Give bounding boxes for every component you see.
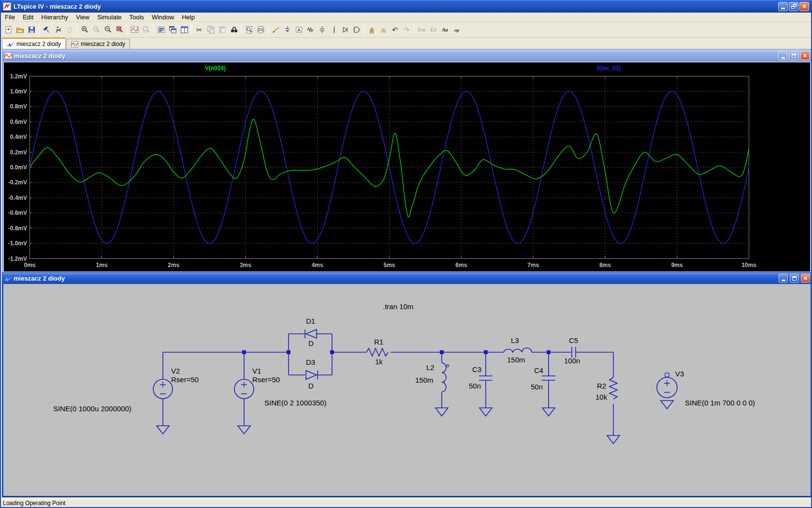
menu-item-help[interactable]: Help xyxy=(178,13,199,21)
capacitor-icon[interactable] xyxy=(316,24,328,35)
label-v2[interactable]: V2 xyxy=(171,367,180,375)
label-r2[interactable]: R2 xyxy=(597,382,606,390)
component-c5[interactable] xyxy=(572,347,576,358)
value-r2[interactable]: 10k xyxy=(595,393,608,401)
wire[interactable] xyxy=(163,352,613,377)
label-c5[interactable]: C5 xyxy=(569,336,578,344)
ground-icon[interactable] xyxy=(281,24,293,35)
label-d3[interactable]: D3 xyxy=(306,358,315,366)
tab-schematic[interactable]: mieszacz 2 diody xyxy=(2,38,66,49)
value-v3[interactable]: SINE(0 1m 700 0 0 0) xyxy=(685,399,755,407)
label-net-icon[interactable]: A xyxy=(293,24,304,35)
close-button[interactable]: × xyxy=(799,2,809,11)
tab-waveform[interactable]: mieszacz 2 diody xyxy=(66,39,130,49)
ground-symbol[interactable] xyxy=(607,435,620,444)
component-r1[interactable] xyxy=(366,348,388,356)
inductor-icon[interactable] xyxy=(328,24,339,35)
undo-icon[interactable]: ↶ xyxy=(389,24,401,35)
param-v1[interactable]: Rser=50 xyxy=(252,375,280,384)
ground-symbol[interactable] xyxy=(542,408,555,416)
wave-maximize-button[interactable] xyxy=(789,51,798,60)
menu-item-hierarchy[interactable]: Hierarchy xyxy=(37,13,72,21)
open-icon[interactable] xyxy=(14,24,26,35)
waveform-window-titlebar[interactable]: mieszacz 2 diody × xyxy=(3,50,811,61)
label-l2[interactable]: L2 xyxy=(426,363,435,372)
waveform-plot-area[interactable]: V(n004) V(nc_01) 1.2mV1.0mV0.8mV0.6mV0.4… xyxy=(4,62,810,271)
wave-close-button[interactable]: × xyxy=(800,51,810,60)
wave-minimize-button[interactable] xyxy=(778,51,787,60)
value-l3[interactable]: 150m xyxy=(507,356,525,364)
copy-icon[interactable] xyxy=(205,24,217,35)
component-d1[interactable] xyxy=(305,329,317,338)
save-icon[interactable] xyxy=(26,24,37,35)
tile-icon[interactable] xyxy=(178,24,190,35)
new-schematic-icon[interactable] xyxy=(2,24,14,35)
restore-button[interactable] xyxy=(789,2,798,11)
trace-label-vnc01[interactable]: V(nc_01) xyxy=(596,65,621,72)
component-icon[interactable] xyxy=(351,24,362,35)
menu-item-window[interactable]: Window xyxy=(148,13,178,21)
component-r2[interactable] xyxy=(609,377,617,399)
label-v1[interactable]: V1 xyxy=(252,367,261,375)
zoom-out-icon[interactable] xyxy=(102,24,114,35)
print-icon[interactable] xyxy=(255,24,266,35)
label-v3[interactable]: V3 xyxy=(675,370,684,378)
ground-symbol[interactable] xyxy=(435,408,448,416)
plot-settings-icon[interactable] xyxy=(129,24,140,35)
ground-symbol[interactable] xyxy=(479,408,492,416)
cascade-icon[interactable] xyxy=(167,24,178,35)
value-d3[interactable]: D xyxy=(308,382,314,390)
sch-close-button[interactable]: × xyxy=(801,274,810,283)
value-c4[interactable]: 50n xyxy=(531,383,543,391)
run-icon[interactable] xyxy=(52,24,64,35)
component-l3[interactable] xyxy=(504,348,532,352)
waveform-canvas[interactable] xyxy=(29,76,749,259)
print-preview-icon[interactable] xyxy=(243,24,255,35)
drag-icon[interactable] xyxy=(377,24,389,35)
wire-icon[interactable] xyxy=(270,24,281,35)
component-d3[interactable] xyxy=(306,371,318,379)
menu-item-view[interactable]: View xyxy=(72,13,93,21)
menu-item-file[interactable]: File xyxy=(1,13,19,21)
find-icon[interactable] xyxy=(228,24,240,35)
menu-item-tools[interactable]: Tools xyxy=(126,13,148,21)
label-l3[interactable]: L3 xyxy=(511,336,519,344)
value-d1[interactable]: D xyxy=(308,339,314,347)
netlist-icon[interactable] xyxy=(155,24,167,35)
label-c3[interactable]: C3 xyxy=(472,365,481,374)
spice-directive-icon[interactable]: .op xyxy=(450,24,462,35)
schematic-canvas[interactable]: .tran 10m D1 D D3 D R1 1k V2 Rser=50 SIN… xyxy=(2,284,812,497)
value-l2[interactable]: 150m xyxy=(415,376,434,384)
text-icon[interactable]: Aa xyxy=(439,24,450,35)
label-d1[interactable]: D1 xyxy=(306,317,315,325)
ground-symbol[interactable] xyxy=(238,426,250,434)
zoom-in-icon[interactable] xyxy=(79,24,90,35)
ground-symbol[interactable] xyxy=(157,426,169,434)
control-panel-icon[interactable] xyxy=(41,24,52,35)
resistor-icon[interactable] xyxy=(304,24,316,35)
component-l2[interactable] xyxy=(442,363,446,392)
cut-icon[interactable]: ✂ xyxy=(193,24,205,35)
value-v2[interactable]: SINE(0 1000u 2000000) xyxy=(53,404,131,413)
component-c4[interactable] xyxy=(542,376,555,380)
component-c3[interactable] xyxy=(479,376,493,380)
value-c5[interactable]: 100n xyxy=(564,357,580,365)
minimize-button[interactable] xyxy=(778,2,788,11)
sch-minimize-button[interactable] xyxy=(779,274,788,283)
schematic-window-titlebar[interactable]: mieszacz 2 diody × xyxy=(2,272,812,284)
diode-icon[interactable] xyxy=(339,24,351,35)
param-v2[interactable]: Rser=50 xyxy=(171,375,199,384)
zoom-extents-icon[interactable] xyxy=(114,24,125,35)
move-icon[interactable] xyxy=(366,24,377,35)
sch-maximize-button[interactable] xyxy=(790,274,799,283)
menu-item-simulate[interactable]: Simulate xyxy=(93,13,126,21)
value-v1[interactable]: SINE(0 2 1000350) xyxy=(264,399,326,407)
trace-label-vn004[interactable]: V(n004) xyxy=(205,65,226,72)
value-c3[interactable]: 50n xyxy=(469,382,481,390)
spice-directive-text[interactable]: .tran 10m xyxy=(383,302,413,311)
value-r1[interactable]: 1k xyxy=(375,358,383,366)
label-c4[interactable]: C4 xyxy=(534,366,543,374)
ground-symbol[interactable] xyxy=(661,401,673,409)
label-r1[interactable]: R1 xyxy=(374,338,383,346)
menu-item-edit[interactable]: Edit xyxy=(19,13,37,21)
